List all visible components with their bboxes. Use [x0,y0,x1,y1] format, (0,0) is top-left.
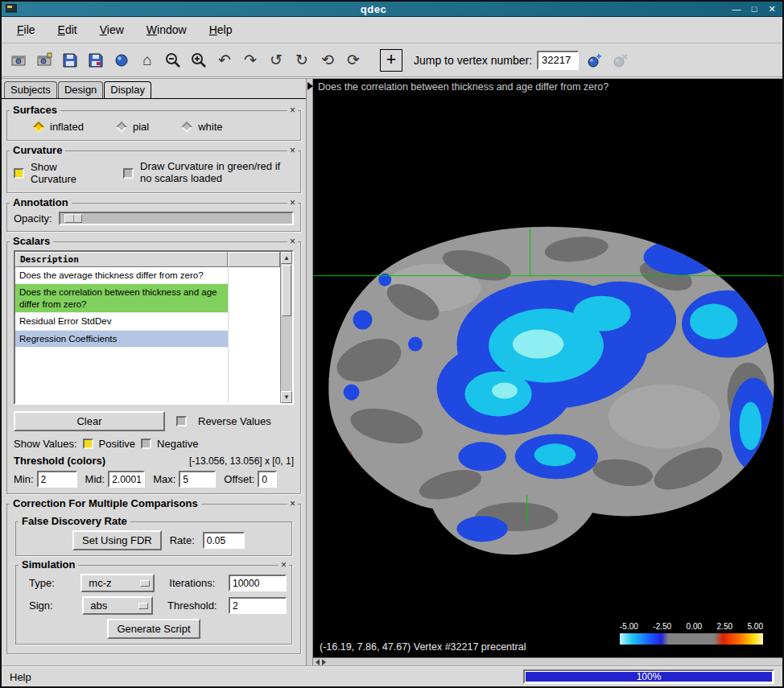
vertex-number-input[interactable] [537,51,579,70]
scalars-group: Scalars × Description Does the average t… [6,241,301,494]
save-multiple-tiff-icon[interactable] [34,50,55,71]
correction-close-icon[interactable]: × [287,498,298,509]
minimize-icon[interactable]: — [730,2,743,15]
panel-sash[interactable] [306,79,313,665]
menu-file[interactable]: File [14,22,39,38]
rotate-left-icon[interactable]: ↶ [214,50,235,71]
scrollbar-thumb[interactable] [282,265,291,316]
progress-percent-text: 100% [525,671,773,682]
spin-cw-icon[interactable]: ⟳ [343,50,364,71]
viewport-horizontal-scrollbar[interactable] [313,657,782,665]
max-input[interactable] [179,471,216,488]
menu-view[interactable]: View [97,22,127,38]
menu-window[interactable]: Window [143,22,190,38]
threshold-range-text: [-13.056, 13.056] x [0, 1] [189,455,294,467]
surface-option-inflated[interactable]: inflated [35,121,84,133]
crosshair-tool-icon[interactable]: + [380,49,402,72]
menu-help[interactable]: Help [206,22,236,38]
scalar-row-regression-coefficients[interactable]: Regression Coefficients [15,331,228,348]
scalars-scrollbar[interactable]: ▲ ▼ [280,252,292,403]
show-curvature-checkbox[interactable] [14,168,24,179]
help-status-label: Help [10,671,31,683]
rate-input[interactable] [203,532,245,549]
dropdown-mark-icon [138,603,148,609]
sash-collapse-icon[interactable] [307,82,313,90]
negative-checkbox[interactable] [141,439,151,449]
column-divider [228,267,229,403]
spin-ccw-icon[interactable]: ⟲ [317,50,338,71]
scrollbar-down-icon[interactable]: ▼ [281,391,292,403]
generate-script-button[interactable]: Generate Script [107,619,200,639]
maximize-icon[interactable]: □ [748,2,761,15]
description-column-header[interactable]: Description [15,252,228,267]
curvature-close-icon[interactable]: × [287,145,298,156]
scalar-row-avg-thickness[interactable]: Does the average thickness differ from z… [15,267,228,284]
show-values-label: Show Values: [14,438,77,450]
clear-button[interactable]: Clear [14,411,165,431]
scalar-row-correlation-selected[interactable]: Does the correlation between thickness a… [15,284,228,313]
tab-display[interactable]: Display [104,81,151,98]
radio-diamond-icon[interactable] [181,121,192,132]
set-using-fdr-button[interactable]: Set Using FDR [72,530,162,550]
scrollbar-up-icon[interactable]: ▲ [281,252,292,264]
sim-threshold-input[interactable] [229,597,287,614]
reverse-values-checkbox[interactable] [176,416,187,426]
min-label: Min: [14,473,34,485]
iterations-input[interactable] [229,575,287,591]
tab-subjects[interactable]: Subjects [4,81,57,98]
menu-edit[interactable]: Edit [55,22,80,38]
offset-input[interactable] [258,471,277,488]
rotate-up-icon[interactable]: ↺ [266,50,287,71]
simulation-close-icon[interactable]: × [279,559,289,571]
colorbar-label: -2.50 [653,622,671,631]
sign-dropdown[interactable]: abs [82,596,153,615]
surface-option-pial[interactable]: pial [118,121,149,133]
rotate-right-icon[interactable]: ↷ [240,50,261,71]
radio-diamond-icon[interactable] [116,121,127,132]
sim-threshold-label: Threshold: [167,599,224,612]
mid-input[interactable] [108,471,145,488]
save-tiff-icon[interactable] [8,50,29,71]
save-surface-icon[interactable] [60,50,80,71]
scalars-close-icon[interactable]: × [287,236,298,247]
rate-label: Rate: [170,534,195,546]
zoom-out-icon[interactable] [163,50,184,71]
scroll-right-icon[interactable] [322,659,326,665]
surface-option-white[interactable]: white [183,121,222,133]
scalars-table: Description Does the average thickness d… [14,250,294,405]
close-icon[interactable]: ✕ [765,2,778,15]
positive-checkbox[interactable] [83,439,93,449]
type-label: Type: [21,577,76,589]
annotation-close-icon[interactable]: × [287,197,298,208]
scroll-left-icon[interactable] [316,659,320,665]
draw-curvature-checkbox[interactable] [123,168,134,179]
home-icon[interactable]: ⌂ [137,50,158,71]
opacity-slider[interactable] [59,212,294,225]
brain-viewport[interactable]: Does the correlation between thickness a… [313,79,782,657]
rotate-down-icon[interactable]: ↻ [291,50,312,71]
type-dropdown[interactable]: mc-z [80,574,155,592]
save-scalars-icon[interactable] [85,50,106,71]
zoom-in-icon[interactable] [188,50,209,71]
surfaces-close-icon[interactable]: × [287,105,298,116]
scalar-row-residual-stddev[interactable]: Residual Error StdDev [15,313,228,330]
add-marker-icon[interactable] [584,50,605,71]
negative-label: Negative [157,438,198,450]
remove-marker-icon[interactable] [609,50,630,71]
save-label-icon[interactable] [111,50,132,71]
qdec-window: qdec — □ ✕ File Edit View Window Help ⌂ [0,0,784,688]
simulation-group: Simulation × Type: mc-z Iterations: [15,565,292,645]
opacity-slider-thumb[interactable] [64,214,82,223]
brain-render[interactable] [313,79,782,657]
radio-diamond-icon[interactable] [33,121,44,132]
positive-label: Positive [99,438,136,450]
tab-design[interactable]: Design [58,81,103,98]
empty-column-header[interactable] [228,252,280,267]
fdr-title: False Discovery Rate [19,515,130,527]
surface-inflated-label: inflated [50,121,84,133]
mid-label: Mid: [85,473,105,485]
min-input[interactable] [37,471,77,488]
status-bar: Help 100% [2,665,782,686]
colorbar-label: 2.50 [717,622,732,631]
title-bar[interactable]: qdec — □ ✕ [2,2,782,17]
